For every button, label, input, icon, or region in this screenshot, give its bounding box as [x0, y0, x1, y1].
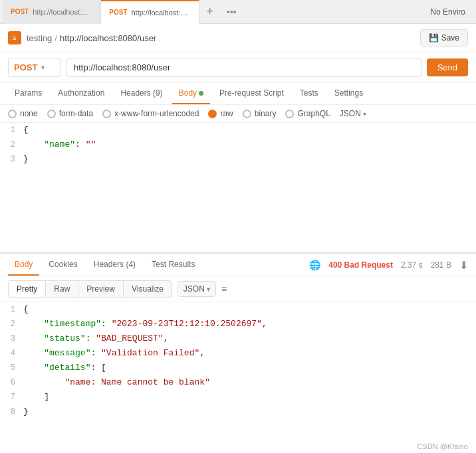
resp-tab-test-results[interactable]: Test Results [145, 254, 201, 276]
response-body-editor: 1 { 2 "timestamp": "2023-09-23T12:12:10.… [0, 302, 476, 419]
footer: CSDN @Kfaino [409, 440, 476, 453]
resp-line-5: 5 "details": [ [0, 361, 476, 375]
tab-1-url: http://localhost:8080/sp [33, 8, 92, 16]
body-type-form-data-label: form-data [59, 109, 93, 118]
environment-selector[interactable]: No Enviro [422, 7, 473, 17]
resp-line-content-3: "status": "BAD_REQUEST", [23, 331, 476, 346]
tab-params[interactable]: Params [8, 83, 49, 104]
resp-line-num-8: 8 [0, 405, 23, 419]
response-size: 281 B [431, 260, 451, 270]
tab-settings[interactable]: Settings [328, 83, 370, 104]
body-type-urlencoded-label: x-www-form-urlencoded [114, 109, 199, 118]
breadcrumb-url: http://localhost:8080/user [60, 33, 156, 43]
tab-bar: POST http://localhost:8080/sp POST http:… [0, 0, 476, 24]
fmt-tab-raw[interactable]: Raw [45, 280, 78, 298]
code-line-2: 2 "name": "" [0, 137, 476, 152]
resp-line-3: 3 "status": "BAD_REQUEST", [0, 331, 476, 346]
save-label: Save [441, 33, 459, 43]
resp-tab-body[interactable]: Body [8, 254, 39, 276]
tab-2-method: POST [109, 9, 127, 16]
tab-body-label: Body [179, 88, 197, 98]
resp-json-format-select[interactable]: JSON ▾ [178, 281, 216, 297]
line-content-2: "name": "" [23, 137, 476, 152]
response-tabs-bar: Body Cookies Headers (4) Test Results 🌐 … [0, 254, 476, 276]
tab-1[interactable]: POST http://localhost:8080/sp [3, 0, 101, 24]
resp-json-chevron-icon: ▾ [207, 286, 210, 293]
resp-line-num-4: 4 [0, 346, 23, 361]
json-format-select[interactable]: JSON ▾ [340, 109, 366, 118]
fmt-tab-visualize[interactable]: Visualize [123, 280, 172, 298]
download-icon[interactable]: ⬇ [459, 259, 468, 272]
save-icon: 💾 [429, 33, 439, 43]
method-select[interactable]: POST ▾ [8, 58, 61, 77]
tab-tests[interactable]: Tests [293, 83, 325, 104]
add-tab-button[interactable]: + [199, 5, 220, 19]
tab-headers[interactable]: Headers (9) [114, 83, 169, 104]
response-section: Body Cookies Headers (4) Test Results 🌐 … [0, 252, 476, 419]
more-tabs-button[interactable]: ••• [220, 7, 243, 17]
resp-line-content-6: "name: Name cannot be blank" [23, 375, 476, 390]
body-type-urlencoded[interactable]: x-www-form-urlencoded [102, 109, 199, 118]
tab-2[interactable]: POST http://localhost:8080/us [101, 0, 199, 24]
body-type-form-data[interactable]: form-data [47, 109, 93, 118]
tab-pre-request[interactable]: Pre-request Script [213, 83, 291, 104]
response-status-bar: 🌐 400 Bad Request 2.37 s 281 B ⬇ [309, 259, 468, 272]
resp-line-4: 4 "message": "Validation Failed", [0, 346, 476, 361]
resp-line-content-8: } [23, 405, 476, 419]
line-num-1: 1 [0, 123, 23, 137]
resp-line-content-2: "timestamp": "2023-09-23T12:12:10.250269… [23, 317, 476, 331]
request-tabs: Params Authorization Headers (9) Body Pr… [0, 83, 476, 105]
radio-graphql [285, 110, 294, 118]
url-input[interactable] [66, 58, 421, 77]
filter-icon[interactable]: ≡ [221, 284, 227, 294]
code-line-3: 3 } [0, 152, 476, 167]
resp-line-7: 7 ] [0, 390, 476, 405]
resp-line-num-1: 1 [0, 302, 23, 317]
tab-2-url: http://localhost:8080/us [131, 9, 191, 17]
resp-json-label: JSON [183, 284, 205, 294]
body-dot-indicator [199, 91, 203, 96]
save-button[interactable]: 💾 Save [420, 29, 468, 46]
request-body-editor[interactable]: 1 { 2 "name": "" 3 } [0, 123, 476, 252]
resp-line-num-3: 3 [0, 331, 23, 346]
resp-line-1: 1 { [0, 302, 476, 317]
resp-tab-cookies[interactable]: Cookies [42, 254, 84, 276]
json-format-label: JSON [340, 109, 361, 118]
resp-line-content-5: "details": [ [23, 361, 476, 375]
body-type-selector: none form-data x-www-form-urlencoded raw… [0, 105, 476, 123]
json-format-chevron-icon: ▾ [363, 110, 366, 118]
send-button[interactable]: Send [427, 58, 468, 76]
body-type-none[interactable]: none [8, 109, 38, 118]
resp-line-content-4: "message": "Validation Failed", [23, 346, 476, 361]
breadcrumb: testing / http://localhost:8080/user [27, 33, 156, 43]
fmt-tab-pretty[interactable]: Pretty [8, 280, 45, 298]
breadcrumb-separator: / [55, 33, 57, 43]
resp-line-content-7: ] [23, 390, 476, 405]
resp-line-num-5: 5 [0, 361, 23, 375]
resp-line-6: 6 "name: Name cannot be blank" [0, 375, 476, 390]
globe-icon: 🌐 [309, 260, 320, 270]
body-type-binary-label: binary [255, 109, 277, 118]
radio-form-data [47, 110, 56, 118]
response-format-bar: Pretty Raw Preview Visualize JSON ▾ ≡ [0, 276, 476, 302]
tab-body[interactable]: Body [172, 83, 210, 104]
fmt-tab-preview[interactable]: Preview [78, 280, 123, 298]
code-line-1: 1 { [0, 123, 476, 137]
body-type-raw[interactable]: raw [208, 109, 233, 118]
body-type-binary[interactable]: binary [243, 109, 277, 118]
radio-raw [208, 110, 217, 118]
line-num-2: 2 [0, 137, 23, 152]
workspace-icon: ≡ [8, 31, 21, 45]
resp-line-num-6: 6 [0, 375, 23, 390]
method-chevron-icon: ▾ [41, 64, 45, 71]
workspace-name: testing [27, 33, 52, 43]
tab-1-method: POST [11, 8, 29, 15]
resp-tab-headers[interactable]: Headers (4) [87, 254, 142, 276]
url-bar: POST ▾ Send [0, 52, 476, 83]
resp-line-8: 8 } [0, 405, 476, 419]
response-time: 2.37 s [401, 260, 423, 270]
tab-authorization[interactable]: Authorization [51, 83, 111, 104]
body-type-raw-label: raw [220, 109, 233, 118]
body-type-graphql-label: GraphQL [297, 109, 330, 118]
body-type-graphql[interactable]: GraphQL [285, 109, 330, 118]
